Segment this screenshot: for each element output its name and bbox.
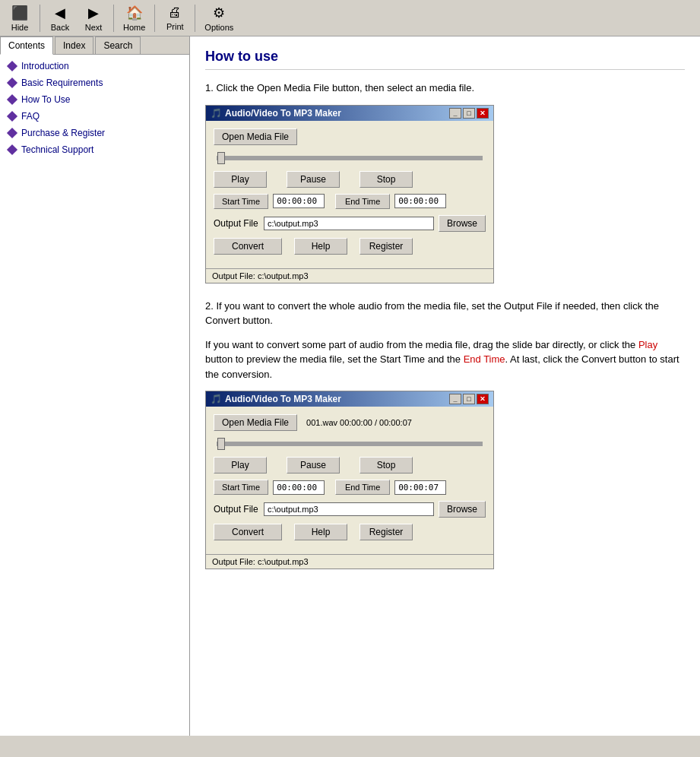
tab-search[interactable]: Search xyxy=(95,36,141,54)
toolbar-divider-3 xyxy=(154,5,155,32)
pause-btn-2[interactable]: Pause xyxy=(287,457,340,474)
back-label: Back xyxy=(51,23,69,32)
end-time-field-2[interactable] xyxy=(394,480,446,495)
playback-row-1: Play Pause Stop xyxy=(214,171,486,188)
next-button[interactable]: ▶ Next xyxy=(77,3,110,33)
titlebar-buttons-1: _ □ ✕ xyxy=(449,108,489,119)
nav-icon-basic xyxy=(6,77,18,89)
nav-basic-requirements[interactable]: Basic Requirements xyxy=(3,74,186,91)
stop-btn-1[interactable]: Stop xyxy=(360,171,413,188)
step2-mid-text: button to preview the media file, set th… xyxy=(205,353,464,365)
minimize-btn-1[interactable]: _ xyxy=(449,108,461,119)
stop-btn-2[interactable]: Stop xyxy=(360,457,413,474)
nav-how-to-use[interactable]: How To Use xyxy=(3,91,186,108)
app-window-2: 🎵 Audio/Video To MP3 Maker _ □ ✕ Open Me… xyxy=(205,391,494,569)
help-btn-2[interactable]: Help xyxy=(294,524,347,540)
convert-btn-1[interactable]: Convert xyxy=(214,238,282,255)
time-row-1: Start Time End Time xyxy=(214,194,486,209)
hide-label: Hide xyxy=(11,23,29,32)
print-label: Print xyxy=(166,22,184,31)
browse-btn-2[interactable]: Browse xyxy=(439,501,486,518)
register-btn-2[interactable]: Register xyxy=(360,524,413,540)
nav-faq[interactable]: FAQ xyxy=(3,108,186,125)
output-field-2[interactable] xyxy=(264,502,434,516)
app-window-1: 🎵 Audio/Video To MP3 Maker _ □ ✕ Open Me… xyxy=(205,105,494,283)
file-info-2: 001.wav 00:00:00 / 00:00:07 xyxy=(306,418,412,427)
start-time-field-2[interactable] xyxy=(273,480,325,495)
step2-endtime-red: End Time xyxy=(464,353,505,365)
start-time-field-1[interactable] xyxy=(273,194,325,208)
print-button[interactable]: 🖨 Print xyxy=(158,3,192,33)
open-media-btn-2[interactable]: Open Media File xyxy=(214,414,297,431)
slider-thumb-2[interactable] xyxy=(217,438,225,450)
step2-text-2: If you want to convert some part of audi… xyxy=(205,337,685,382)
nav-introduction[interactable]: Introduction xyxy=(3,58,186,74)
minimize-btn-2[interactable]: _ xyxy=(449,394,461,404)
maximize-btn-1[interactable]: □ xyxy=(463,108,475,119)
open-row-2: Open Media File 001.wav 00:00:00 / 00:00… xyxy=(214,414,486,431)
back-icon: ◀ xyxy=(55,5,65,21)
slider-thumb-1[interactable] xyxy=(217,152,225,164)
open-media-btn-1[interactable]: Open Media File xyxy=(214,128,297,145)
tab-contents[interactable]: Contents xyxy=(0,36,53,55)
nav-introduction-label: Introduction xyxy=(21,61,69,71)
maximize-btn-2[interactable]: □ xyxy=(463,394,475,404)
app-icon-2: 🎵 xyxy=(211,394,222,404)
start-time-btn-2[interactable]: Start Time xyxy=(214,480,268,495)
back-button[interactable]: ◀ Back xyxy=(43,3,77,33)
nav-icon-how xyxy=(6,93,18,106)
nav-icon-support xyxy=(6,144,18,156)
close-btn-2[interactable]: ✕ xyxy=(477,394,489,404)
home-label: Home xyxy=(123,23,145,32)
toolbar: ⬛ Hide ◀ Back ▶ Next 🏠 Home 🖨 Print ⚙ Op… xyxy=(0,0,700,36)
status-bar-1: Output File: c:\output.mp3 xyxy=(206,268,493,283)
convert-btn-2[interactable]: Convert xyxy=(214,524,282,540)
open-row-1: Open Media File xyxy=(214,128,486,145)
toolbar-divider-1 xyxy=(40,5,40,32)
app-body-1: Open Media File Play Pause Stop Start Ti… xyxy=(206,121,493,268)
time-row-2: Start Time End Time xyxy=(214,480,486,495)
nav-purchase-label: Purchase & Register xyxy=(21,128,105,138)
tab-index[interactable]: Index xyxy=(55,36,93,54)
browse-btn-1[interactable]: Browse xyxy=(439,215,486,232)
output-row-2: Output File Browse xyxy=(214,501,486,518)
start-time-btn-1[interactable]: Start Time xyxy=(214,194,268,209)
play-btn-2[interactable]: Play xyxy=(214,457,267,474)
play-btn-1[interactable]: Play xyxy=(214,171,267,188)
status-bar-2: Output File: c:\output.mp3 xyxy=(206,554,493,569)
pause-btn-1[interactable]: Pause xyxy=(287,171,340,188)
next-icon: ▶ xyxy=(88,5,99,21)
print-icon: 🖨 xyxy=(168,5,182,21)
step2-play-red: Play xyxy=(638,339,657,350)
slider-track-1[interactable] xyxy=(217,156,483,160)
end-time-field-1[interactable] xyxy=(394,194,446,208)
close-btn-1[interactable]: ✕ xyxy=(477,108,489,119)
app-title-2: Audio/Video To MP3 Maker xyxy=(225,394,341,404)
hide-icon: ⬛ xyxy=(11,5,28,21)
register-btn-1[interactable]: Register xyxy=(360,238,413,255)
app-titlebar-1: 🎵 Audio/Video To MP3 Maker _ □ ✕ xyxy=(206,106,493,121)
next-label: Next xyxy=(85,23,103,32)
output-row-1: Output File Browse xyxy=(214,215,486,232)
nav-technical-support[interactable]: Technical Support xyxy=(3,141,186,158)
hide-button[interactable]: ⬛ Hide xyxy=(3,3,36,33)
options-button[interactable]: ⚙ Options xyxy=(198,3,239,33)
app-titlebar-2: 🎵 Audio/Video To MP3 Maker _ □ ✕ xyxy=(206,391,493,407)
nav-purchase-register[interactable]: Purchase & Register xyxy=(3,125,186,141)
end-time-btn-2[interactable]: End Time xyxy=(335,480,390,495)
nav-faq-label: FAQ xyxy=(21,111,40,122)
slider-track-2[interactable] xyxy=(217,442,483,446)
sidebar-content: Introduction Basic Requirements How To U… xyxy=(0,55,189,736)
sidebar: Contents Index Search Introduction Basic… xyxy=(0,36,190,736)
titlebar-buttons-2: _ □ ✕ xyxy=(449,394,489,404)
output-label-2: Output File xyxy=(214,504,259,515)
home-button[interactable]: 🏠 Home xyxy=(117,3,151,33)
step1-text: 1. Click the Open Media File button, the… xyxy=(205,81,685,96)
output-field-1[interactable] xyxy=(264,217,434,230)
help-btn-1[interactable]: Help xyxy=(294,238,347,255)
end-time-btn-1[interactable]: End Time xyxy=(335,194,390,209)
slider-row-2 xyxy=(214,437,486,451)
nav-icon-introduction xyxy=(6,60,18,72)
output-label-1: Output File xyxy=(214,218,259,229)
main-layout: Contents Index Search Introduction Basic… xyxy=(0,36,700,736)
